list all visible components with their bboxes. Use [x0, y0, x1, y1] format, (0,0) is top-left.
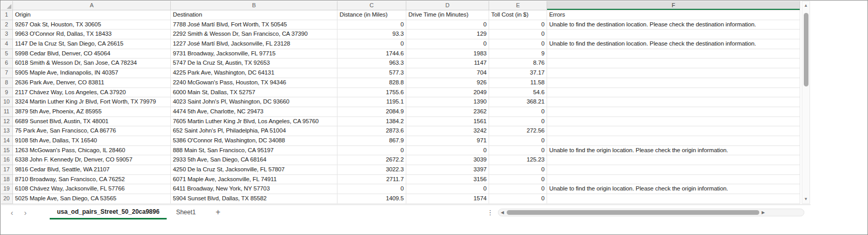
cell-D13[interactable]: 3242: [406, 126, 489, 136]
scroll-right-icon[interactable]: ▶: [759, 209, 767, 216]
cell-B10[interactable]: 4023 Saint John's Pl, Washington, DC 936…: [171, 97, 337, 107]
cell-D18[interactable]: 3156: [406, 175, 489, 185]
cell-A7[interactable]: 5905 Maple Ave, Indianapolis, IN 40357: [13, 68, 171, 78]
cell-B17[interactable]: 4250 De la Cruz St, Jacksonville, FL 578…: [171, 165, 337, 175]
cell-D5[interactable]: 1983: [406, 49, 489, 59]
cell-E10[interactable]: 368.21: [489, 97, 547, 107]
cell-F11[interactable]: [547, 107, 800, 117]
cell-C12[interactable]: 1384.2: [337, 117, 406, 127]
cell-F9[interactable]: [547, 88, 800, 98]
cell-B1[interactable]: Destination: [171, 10, 337, 20]
cell-F6[interactable]: [547, 58, 800, 68]
cell-C4[interactable]: 0: [337, 39, 406, 49]
cell-C16[interactable]: 2672.2: [337, 155, 406, 165]
vertical-scrollbar[interactable]: ▲ ▼: [802, 1, 810, 204]
row-header-10[interactable]: 10: [1, 97, 13, 107]
row-header-18[interactable]: 18: [1, 175, 13, 185]
cell-C10[interactable]: 1195.1: [337, 97, 406, 107]
row-header-13[interactable]: 13: [1, 126, 13, 136]
cell-D19[interactable]: 0: [406, 184, 489, 194]
cell-B20[interactable]: 5904 Sunset Blvd, Dallas, TX 85582: [171, 194, 337, 204]
cell-A15[interactable]: 1263 McGowan's Pass, Chicago, IL 28460: [13, 146, 171, 156]
column-header-B[interactable]: B: [171, 1, 337, 10]
cell-B7[interactable]: 4225 Park Ave, Washington, DC 64131: [171, 68, 337, 78]
cell-B13[interactable]: 652 Saint John's Pl, Philadelphia, PA 51…: [171, 126, 337, 136]
column-header-D[interactable]: D: [406, 1, 489, 10]
row-header-8[interactable]: 8: [1, 78, 13, 88]
cell-D11[interactable]: 2362: [406, 107, 489, 117]
cell-E2[interactable]: 0: [489, 20, 547, 30]
cell-D1[interactable]: Drive Time (in Minutes): [406, 10, 489, 20]
cell-E14[interactable]: 0: [489, 136, 547, 146]
horizontal-scrollbar-thumb[interactable]: [507, 210, 759, 215]
cell-C3[interactable]: 93.3: [337, 30, 406, 39]
cell-A9[interactable]: 2117 Chávez Way, Los Angeles, CA 37920: [13, 88, 171, 98]
cell-E3[interactable]: 0: [489, 30, 547, 39]
horizontal-scrollbar[interactable]: ◀ ▶: [498, 209, 804, 216]
row-header-12[interactable]: 12: [1, 117, 13, 127]
cell-B2[interactable]: 7788 José Martí Blvd, Fort Worth, TX 505…: [171, 20, 337, 30]
cell-D2[interactable]: 0: [406, 20, 489, 30]
cell-D15[interactable]: 0: [406, 146, 489, 156]
cell-D14[interactable]: 971: [406, 136, 489, 146]
cell-A5[interactable]: 5998 Cedar Blvd, Denver, CO 45064: [13, 49, 171, 59]
cell-E15[interactable]: 0: [489, 146, 547, 156]
add-sheet-button[interactable]: +: [210, 205, 226, 219]
cell-B14[interactable]: 5386 O'Connor Rd, Washington, DC 34088: [171, 136, 337, 146]
cell-D3[interactable]: 129: [406, 30, 489, 39]
cell-D9[interactable]: 2049: [406, 88, 489, 98]
cell-F12[interactable]: [547, 117, 800, 127]
cell-B6[interactable]: 5747 De la Cruz St, Austin, TX 92653: [171, 58, 337, 68]
cell-E1[interactable]: Toll Cost (in $): [489, 10, 547, 20]
column-header-A[interactable]: A: [13, 1, 171, 10]
cell-B9[interactable]: 6000 Main St, Dallas, TX 52757: [171, 88, 337, 98]
cell-D20[interactable]: 1574: [406, 194, 489, 204]
cell-A2[interactable]: 9267 Oak St, Houston, TX 30605: [13, 20, 171, 30]
cell-A18[interactable]: 8710 Broadway, San Francisco, CA 76252: [13, 175, 171, 185]
cell-C18[interactable]: 2711.7: [337, 175, 406, 185]
row-header-11[interactable]: 11: [1, 107, 13, 117]
cell-A16[interactable]: 6338 John F. Kennedy Dr, Denver, CO 5905…: [13, 155, 171, 165]
cell-C13[interactable]: 2873.6: [337, 126, 406, 136]
cell-B8[interactable]: 2240 McGowan's Pass, Houston, TX 94346: [171, 78, 337, 88]
sheet-options-button[interactable]: ⋮: [484, 205, 496, 219]
row-header-4[interactable]: 4: [1, 39, 13, 49]
cell-F17[interactable]: [547, 165, 800, 175]
cell-B3[interactable]: 2292 Smith & Wesson Dr, San Francisco, C…: [171, 30, 337, 39]
cell-D12[interactable]: 1561: [406, 117, 489, 127]
cell-D4[interactable]: 0: [406, 39, 489, 49]
cell-E8[interactable]: 11.58: [489, 78, 547, 88]
cell-F4[interactable]: Unable to find the destination location.…: [547, 39, 800, 49]
cell-C11[interactable]: 2084.9: [337, 107, 406, 117]
cell-C1[interactable]: Distance (in Miles): [337, 10, 406, 20]
row-header-1[interactable]: 1: [1, 10, 13, 20]
cell-C15[interactable]: 0: [337, 146, 406, 156]
cell-C17[interactable]: 3022.3: [337, 165, 406, 175]
cell-F19[interactable]: Unable to find the origin location. Plea…: [547, 184, 800, 194]
cell-E7[interactable]: 37.17: [489, 68, 547, 78]
cell-E12[interactable]: 0: [489, 117, 547, 127]
cell-E16[interactable]: 125.23: [489, 155, 547, 165]
cell-C19[interactable]: 0: [337, 184, 406, 194]
row-header-20[interactable]: 20: [1, 194, 13, 204]
cell-F10[interactable]: [547, 97, 800, 107]
cell-E4[interactable]: 0: [489, 39, 547, 49]
cell-A4[interactable]: 1147 De la Cruz St, San Diego, CA 26615: [13, 39, 171, 49]
cell-D8[interactable]: 926: [406, 78, 489, 88]
cell-D6[interactable]: 1147: [406, 58, 489, 68]
cell-F8[interactable]: [547, 78, 800, 88]
column-header-C[interactable]: C: [337, 1, 406, 10]
cell-A6[interactable]: 6018 Smith & Wesson Dr, San Jose, CA 782…: [13, 58, 171, 68]
cell-A3[interactable]: 9963 O'Connor Rd, Dallas, TX 18433: [13, 30, 171, 39]
row-header-19[interactable]: 19: [1, 184, 13, 194]
sheet-tab-usa-od-pairs[interactable]: usa_od_pairs_Street_50_20ca9896: [50, 205, 167, 219]
cell-A14[interactable]: 9108 5th Ave, Dallas, TX 16540: [13, 136, 171, 146]
row-header-15[interactable]: 15: [1, 146, 13, 156]
row-header-17[interactable]: 17: [1, 165, 13, 175]
cell-F16[interactable]: [547, 155, 800, 165]
cell-D10[interactable]: 1390: [406, 97, 489, 107]
cell-F15[interactable]: Unable to find the origin location. Plea…: [547, 146, 800, 156]
sheet-nav-prev-button[interactable]: ‹: [5, 205, 19, 219]
cell-F13[interactable]: [547, 126, 800, 136]
cell-C2[interactable]: 0: [337, 20, 406, 30]
